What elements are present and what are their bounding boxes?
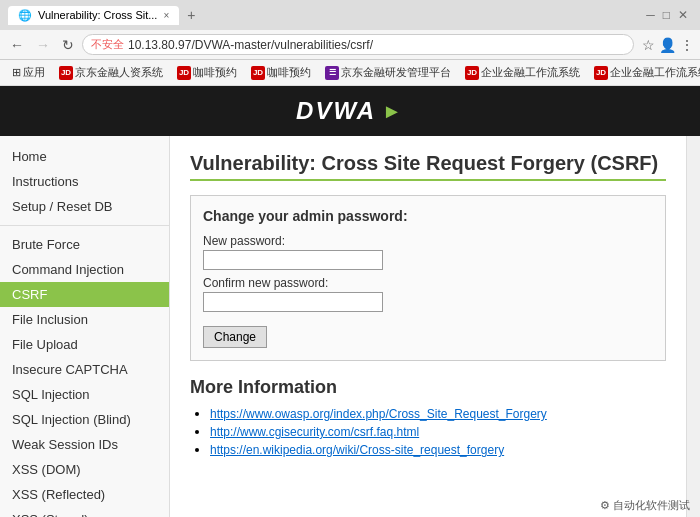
sidebar-item-command-injection[interactable]: Command Injection [0, 257, 169, 282]
sidebar-divider-1 [0, 225, 169, 226]
new-tab-button[interactable]: + [179, 4, 203, 26]
security-indicator: 不安全 [91, 37, 124, 52]
bookmark-wf1-label: 企业金融工作流系统 [481, 65, 580, 80]
csrf-form-box: Change your admin password: New password… [190, 195, 666, 361]
page-title: Vulnerability: Cross Site Request Forger… [190, 152, 666, 181]
list-item: https://www.owasp.org/index.php/Cross_Si… [210, 406, 666, 421]
confirm-password-group: Confirm new password: [203, 276, 653, 312]
forward-button[interactable]: → [32, 35, 54, 55]
bookmark-coffee2-icon: JD [251, 66, 265, 80]
new-password-input[interactable] [203, 250, 383, 270]
more-info-section: More Information https://www.owasp.org/i… [190, 377, 666, 457]
list-item: http://www.cgisecurity.com/csrf.faq.html [210, 424, 666, 439]
sidebar-item-csrf[interactable]: CSRF [0, 282, 169, 307]
content-area: Home Instructions Setup / Reset DB Brute… [0, 136, 700, 517]
bookmark-wf2-label: 企业金融工作流系统 [610, 65, 700, 80]
bookmark-apps-label: 应用 [23, 65, 45, 80]
watermark: ⚙ 自动化软件测试 [590, 494, 700, 517]
watermark-text: ⚙ 自动化软件测试 [600, 498, 690, 513]
sidebar-item-instructions[interactable]: Instructions [0, 169, 169, 194]
address-bar[interactable]: 不安全 10.13.80.97/DVWA-master/vulnerabilit… [82, 34, 634, 55]
bookmark-jd1-label: 京东金融人资系统 [75, 65, 163, 80]
form-title: Change your admin password: [203, 208, 653, 224]
new-password-label: New password: [203, 234, 653, 248]
bookmark-apps[interactable]: ⊞ 应用 [6, 63, 51, 82]
sidebar: Home Instructions Setup / Reset DB Brute… [0, 136, 170, 517]
minimize-button[interactable]: ─ [642, 8, 659, 22]
tab-close-button[interactable]: × [163, 10, 169, 21]
bookmark-coffee2[interactable]: JD 咖啡预约 [245, 63, 317, 82]
tab-title: Vulnerability: Cross Sit... [38, 9, 157, 21]
browser-tab[interactable]: 🌐 Vulnerability: Cross Sit... × [8, 6, 179, 25]
sidebar-item-file-inclusion[interactable]: File Inclusion [0, 307, 169, 332]
navigation-bar: ← → ↻ 不安全 10.13.80.97/DVWA-master/vulner… [0, 30, 700, 60]
url-text: 10.13.80.97/DVWA-master/vulnerabilities/… [128, 38, 625, 52]
bookmark-coffee1-icon: JD [177, 66, 191, 80]
menu-icon[interactable]: ⋮ [680, 37, 694, 53]
dvwa-header: DVWA ► [0, 86, 700, 136]
list-item: https://en.wikipedia.org/wiki/Cross-site… [210, 442, 666, 457]
sidebar-item-weak-session[interactable]: Weak Session IDs [0, 432, 169, 457]
bookmark-coffee1[interactable]: JD 咖啡预约 [171, 63, 243, 82]
sidebar-item-xss-reflected[interactable]: XSS (Reflected) [0, 482, 169, 507]
dvwa-logo-text: DVWA [296, 97, 376, 125]
bookmark-mgmt-icon: ☰ [325, 66, 339, 80]
scrollbar[interactable] [686, 136, 700, 517]
bookmark-coffee1-label: 咖啡预约 [193, 65, 237, 80]
bookmark-jd1-icon: JD [59, 66, 73, 80]
sidebar-item-sql-injection[interactable]: SQL Injection [0, 382, 169, 407]
sidebar-item-xss-dom[interactable]: XSS (DOM) [0, 457, 169, 482]
bookmark-icon[interactable]: ☆ [642, 37, 655, 53]
bookmark-coffee2-label: 咖啡预约 [267, 65, 311, 80]
confirm-password-label: Confirm new password: [203, 276, 653, 290]
sidebar-item-xss-stored[interactable]: XSS (Stored) [0, 507, 169, 517]
close-button[interactable]: ✕ [674, 8, 692, 22]
sidebar-item-sql-injection-blind[interactable]: SQL Injection (Blind) [0, 407, 169, 432]
bookmark-workflow1[interactable]: JD 企业金融工作流系统 [459, 63, 586, 82]
user-icon[interactable]: 👤 [659, 37, 676, 53]
bookmark-workflow2[interactable]: JD 企业金融工作流系统 [588, 63, 700, 82]
bookmark-mgmt[interactable]: ☰ 京东金融研发管理平台 [319, 63, 457, 82]
sidebar-item-file-upload[interactable]: File Upload [0, 332, 169, 357]
main-content: Vulnerability: Cross Site Request Forger… [170, 136, 686, 517]
more-info-heading: More Information [190, 377, 666, 398]
dvwa-logo: DVWA ► [296, 97, 404, 125]
back-button[interactable]: ← [6, 35, 28, 55]
new-password-group: New password: [203, 234, 653, 270]
change-button[interactable]: Change [203, 326, 267, 348]
more-info-link-3[interactable]: https://en.wikipedia.org/wiki/Cross-site… [210, 443, 504, 457]
bookmark-wf1-icon: JD [465, 66, 479, 80]
dvwa-logo-arrow: ► [382, 100, 404, 123]
more-info-link-1[interactable]: https://www.owasp.org/index.php/Cross_Si… [210, 407, 547, 421]
more-info-link-2[interactable]: http://www.cgisecurity.com/csrf.faq.html [210, 425, 419, 439]
bookmarks-bar: ⊞ 应用 JD 京东金融人资系统 JD 咖啡预约 JD 咖啡预约 ☰ 京东金融研… [0, 60, 700, 86]
sidebar-item-setup[interactable]: Setup / Reset DB [0, 194, 169, 219]
bookmark-wf2-icon: JD [594, 66, 608, 80]
sidebar-item-home[interactable]: Home [0, 144, 169, 169]
bookmark-mgmt-label: 京东金融研发管理平台 [341, 65, 451, 80]
more-info-links: https://www.owasp.org/index.php/Cross_Si… [190, 406, 666, 457]
refresh-button[interactable]: ↻ [58, 35, 78, 55]
bookmark-jd1[interactable]: JD 京东金融人资系统 [53, 63, 169, 82]
confirm-password-input[interactable] [203, 292, 383, 312]
maximize-button[interactable]: □ [659, 8, 674, 22]
sidebar-item-insecure-captcha[interactable]: Insecure CAPTCHA [0, 357, 169, 382]
sidebar-item-brute-force[interactable]: Brute Force [0, 232, 169, 257]
